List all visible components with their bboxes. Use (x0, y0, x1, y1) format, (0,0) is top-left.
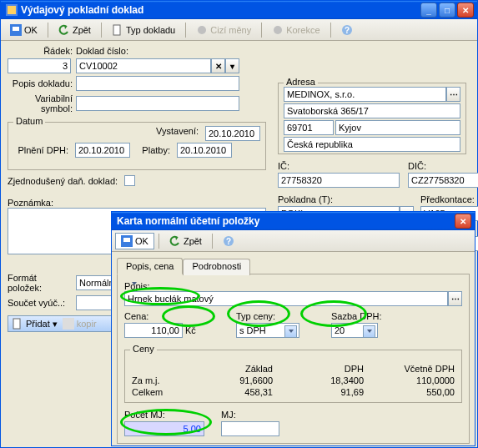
mj-vcdph: 110,0000 (370, 375, 455, 385)
svg-point-6 (274, 26, 282, 34)
docnum-dropdown-button[interactable]: ▾ (225, 58, 239, 73)
globe-icon (196, 24, 208, 36)
issue-label: Vystavení: (150, 126, 202, 141)
app-icon (6, 4, 18, 16)
page-icon (12, 318, 23, 330)
svg-text:?: ? (226, 237, 231, 246)
col-zaklad: Základ (189, 364, 273, 374)
currencies-button[interactable]: Cizí měny (190, 22, 257, 38)
mj-label: MJ: (221, 410, 279, 420)
currencies-label: Cizí měny (210, 25, 251, 35)
address-city-field[interactable] (335, 120, 460, 135)
tab-podrobnosti[interactable]: Podrobnosti (183, 259, 250, 275)
help-icon: ? (341, 24, 353, 36)
tab-panel: Popis: ⋯ Cena: Kč Typ ceny: s DPH (117, 274, 470, 444)
maximize-button[interactable]: □ (439, 3, 455, 18)
pocetmj-label: Počet MJ: (124, 410, 204, 420)
corrections-button[interactable]: Korekce (266, 22, 325, 38)
pokladna-label: Pokladna (T): (278, 194, 414, 204)
copy-item-button[interactable]: kopir (63, 318, 97, 330)
pay-label: Platby: (133, 145, 174, 155)
undo-icon (169, 235, 181, 247)
dialog-titlebar: Karta normální účetní položky ✕ (112, 212, 475, 230)
docdesc-field[interactable] (76, 76, 239, 91)
chevron-down-icon: ▾ (53, 319, 58, 330)
main-title: Výdajový pokladní doklad (21, 4, 420, 16)
address-lookup-button[interactable]: ⋯ (446, 87, 460, 102)
cel-zaklad: 458,31 (189, 387, 273, 397)
minimize-button[interactable]: _ (420, 3, 437, 18)
dialog-ok-label: OK (135, 236, 148, 246)
svg-rect-4 (113, 25, 120, 35)
dialog-close-button[interactable]: ✕ (455, 214, 471, 229)
dialog-ok-button[interactable]: OK (115, 233, 154, 249)
copy-item-label: kopir (77, 319, 97, 329)
issue-field[interactable] (205, 126, 260, 141)
gear-icon (272, 24, 284, 36)
pocetmj-field[interactable] (124, 421, 204, 436)
add-item-button[interactable]: Přidat ▾ (12, 318, 58, 330)
edit-icon (63, 318, 74, 330)
dialog-toolbar: OK Zpět ? (112, 230, 475, 252)
ok-button[interactable]: OK (4, 22, 43, 38)
main-titlebar: Výdajový pokladní doklad _ □ ✕ (1, 1, 477, 19)
address-name-field[interactable] (284, 87, 446, 102)
typceny-value: s DPH (239, 325, 266, 335)
corrections-label: Korekce (286, 25, 320, 35)
dialog-help-button[interactable]: ? (217, 233, 240, 249)
sazba-label: Sazba DPH: (331, 311, 406, 321)
back-button[interactable]: Zpět (53, 22, 97, 38)
svg-rect-10 (63, 318, 74, 330)
pay-field[interactable] (177, 143, 232, 158)
undo-icon (58, 24, 70, 36)
address-country-field[interactable] (284, 137, 460, 152)
sum-label: Součet vyúč..: (8, 298, 76, 308)
sazba-select[interactable]: 20 (331, 323, 378, 338)
tab2-label: Podrobnosti (192, 261, 241, 271)
save-icon (121, 235, 133, 247)
dialog-back-button[interactable]: Zpět (164, 233, 208, 249)
help-button[interactable]: ? (335, 22, 359, 38)
dialog-back-label: Zpět (184, 236, 202, 246)
docnum-field[interactable] (76, 58, 211, 73)
popis-label: Popis: (124, 281, 462, 291)
dates-legend: Datum (13, 116, 45, 126)
address-legend: Adresa (284, 77, 318, 87)
svg-rect-1 (8, 6, 16, 14)
varsym-field[interactable] (76, 96, 239, 111)
ceny-box: Ceny Základ DPH Včetně DPH Za m.j. 91,66… (124, 350, 462, 403)
predkontace-label: Předkontace: (420, 194, 478, 204)
svg-text:?: ? (344, 26, 349, 35)
mj-field[interactable] (221, 421, 279, 436)
tab-popis-cena[interactable]: Popis, cena (117, 258, 183, 274)
ok-label: OK (24, 25, 38, 35)
col-vcdph: Včetně DPH (370, 364, 455, 374)
docnum-clear-button[interactable]: ✕ (211, 58, 225, 73)
cena-label: Cena: (124, 311, 216, 321)
row-label: Řádek: (8, 46, 76, 56)
svg-rect-3 (13, 27, 19, 31)
simplified-checkbox[interactable] (124, 175, 135, 186)
row-mj: Za m.j. (132, 375, 182, 385)
simplified-label: Zjednodušený daň. doklad: (8, 176, 124, 186)
doctype-button[interactable]: Typ dokladu (106, 22, 181, 38)
typceny-select[interactable]: s DPH (236, 323, 299, 338)
main-toolbar: OK Zpět Typ dokladu Cizí měny Korekce ? (1, 19, 477, 41)
close-button[interactable]: ✕ (457, 3, 474, 18)
address-street-field[interactable] (284, 103, 460, 118)
popis-field[interactable] (124, 291, 448, 306)
dic-field[interactable] (408, 173, 478, 188)
vat-date-field[interactable] (75, 143, 130, 158)
vat-date-label: Plnění DPH: (13, 145, 72, 155)
dialog-title: Karta normální účetní položky (117, 215, 455, 227)
ic-field[interactable] (278, 173, 400, 188)
save-icon (10, 24, 22, 36)
format-label: Formát položek: (8, 273, 76, 293)
popis-lookup-button[interactable]: ⋯ (448, 291, 462, 306)
address-zip-field[interactable] (284, 120, 334, 135)
ic-label: IČ: (278, 161, 400, 171)
varsym-label: Variabilní symbol: (8, 93, 76, 113)
cena-field[interactable] (124, 323, 183, 338)
row-field[interactable] (8, 58, 71, 73)
typceny-label: Typ ceny: (236, 311, 311, 321)
